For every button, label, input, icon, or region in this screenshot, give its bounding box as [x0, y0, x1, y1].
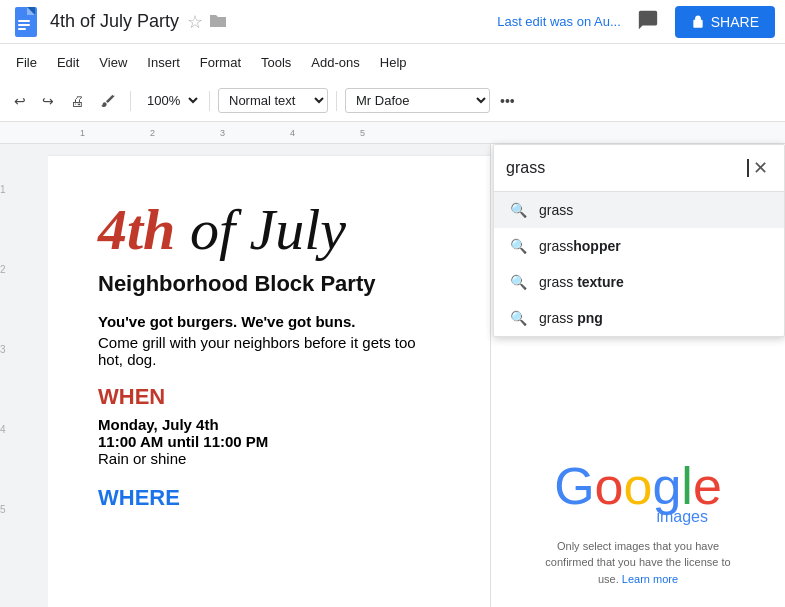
paragraph-style-selector[interactable]: Normal text Title Heading 1 Heading 2 — [218, 88, 328, 113]
tagline-normal: Come grill with your neighbors before it… — [98, 334, 440, 368]
menu-format[interactable]: Format — [192, 51, 249, 74]
search-result-text: grass png — [539, 310, 603, 326]
menu-help[interactable]: Help — [372, 51, 415, 74]
ruler-mark: 3 — [220, 128, 225, 138]
ruler-mark: 4 — [290, 128, 295, 138]
main-area: 1 2 3 4 5 4th of July Neighborhood Block… — [0, 144, 785, 607]
menu-addons[interactable]: Add-ons — [303, 51, 367, 74]
title-bar: 4th of July Party ☆ Last edit was on Au.… — [0, 0, 785, 44]
ruler: 1 2 3 4 5 — [0, 122, 785, 144]
search-result-grasshopper[interactable]: 🔍 grasshopper — [494, 228, 784, 264]
images-caption: Only select images that you have confirm… — [538, 538, 738, 588]
learn-more-link[interactable]: Learn more — [622, 573, 678, 585]
search-result-grass-png[interactable]: 🔍 grass png — [494, 300, 784, 336]
where-heading: WHERE — [98, 485, 440, 511]
margin-number: 5 — [0, 504, 10, 515]
paint-format-button[interactable] — [94, 89, 122, 113]
close-search-button[interactable]: ✕ — [749, 153, 772, 183]
menu-view[interactable]: View — [91, 51, 135, 74]
images-label: images — [656, 508, 708, 526]
print-button[interactable]: 🖨 — [64, 89, 90, 113]
margin-number: 3 — [0, 344, 10, 355]
title-art: 4th of July — [98, 196, 440, 263]
last-edit-link[interactable]: Last edit was on Au... — [497, 14, 621, 29]
ruler-mark: 5 — [360, 128, 365, 138]
separator3 — [336, 91, 337, 111]
when-detail2: 11:00 AM until 11:00 PM — [98, 433, 440, 450]
when-heading: WHEN — [98, 384, 440, 410]
svg-rect-5 — [18, 28, 26, 30]
font-selector[interactable]: Mr Dafoe Arial Times New Roman — [345, 88, 490, 113]
search-result-icon: 🔍 — [510, 274, 527, 290]
block-party-title: Neighborhood Block Party — [98, 271, 440, 297]
more-options-button[interactable]: ••• — [494, 89, 521, 113]
search-result-grass-texture[interactable]: 🔍 grass texture — [494, 264, 784, 300]
images-panel: grass ✕ 🔍 grass 🔍 grasshopper 🔍 grass te… — [490, 144, 785, 607]
google-logo-text: Google — [554, 456, 722, 516]
separator — [130, 91, 131, 111]
of-july-text: of July — [175, 197, 346, 262]
fourth-red-text: 4th — [98, 197, 175, 262]
zoom-selector[interactable]: 100% 75% 125% — [139, 88, 201, 113]
svg-rect-3 — [18, 20, 30, 22]
search-result-grass[interactable]: 🔍 grass — [494, 192, 784, 228]
tagline-bold: You've got burgers. We've got buns. — [98, 313, 440, 330]
left-margin: 1 2 3 4 5 — [0, 144, 48, 607]
redo-button[interactable]: ↪ — [36, 89, 60, 113]
menu-edit[interactable]: Edit — [49, 51, 87, 74]
search-result-text: grass — [539, 202, 573, 218]
menu-file[interactable]: File — [8, 51, 45, 74]
ruler-mark: 2 — [150, 128, 155, 138]
toolbar: ↩ ↪ 🖨 100% 75% 125% Normal text Title He… — [0, 80, 785, 122]
when-detail3: Rain or shine — [98, 450, 440, 467]
menu-tools[interactable]: Tools — [253, 51, 299, 74]
google-images-logo: Google images Only select images that yo… — [538, 456, 738, 588]
ruler-mark: 1 — [80, 128, 85, 138]
margin-number: 2 — [0, 264, 10, 275]
search-dropdown: grass ✕ 🔍 grass 🔍 grasshopper 🔍 grass te… — [493, 144, 785, 337]
margin-number: 1 — [0, 184, 10, 195]
chat-icon[interactable] — [637, 9, 659, 35]
search-result-icon: 🔍 — [510, 310, 527, 326]
search-query: grass — [506, 159, 747, 177]
search-result-text: grass texture — [539, 274, 624, 290]
search-result-text: grasshopper — [539, 238, 621, 254]
search-result-icon: 🔍 — [510, 202, 527, 218]
separator2 — [209, 91, 210, 111]
share-button[interactable]: SHARE — [675, 6, 775, 38]
docs-icon — [10, 4, 42, 40]
svg-rect-4 — [18, 24, 30, 26]
document-page: 4th of July Neighborhood Block Party You… — [48, 156, 490, 607]
menu-bar: File Edit View Insert Format Tools Add-o… — [0, 44, 785, 80]
document-area: 4th of July Neighborhood Block Party You… — [48, 144, 490, 607]
document-title: 4th of July Party — [50, 11, 179, 32]
when-detail1: Monday, July 4th — [98, 416, 440, 433]
undo-button[interactable]: ↩ — [8, 89, 32, 113]
star-icon[interactable]: ☆ — [187, 11, 203, 33]
menu-insert[interactable]: Insert — [139, 51, 188, 74]
search-bar: grass ✕ — [494, 145, 784, 192]
folder-icon[interactable] — [209, 12, 227, 32]
margin-number: 4 — [0, 424, 10, 435]
search-result-icon: 🔍 — [510, 238, 527, 254]
